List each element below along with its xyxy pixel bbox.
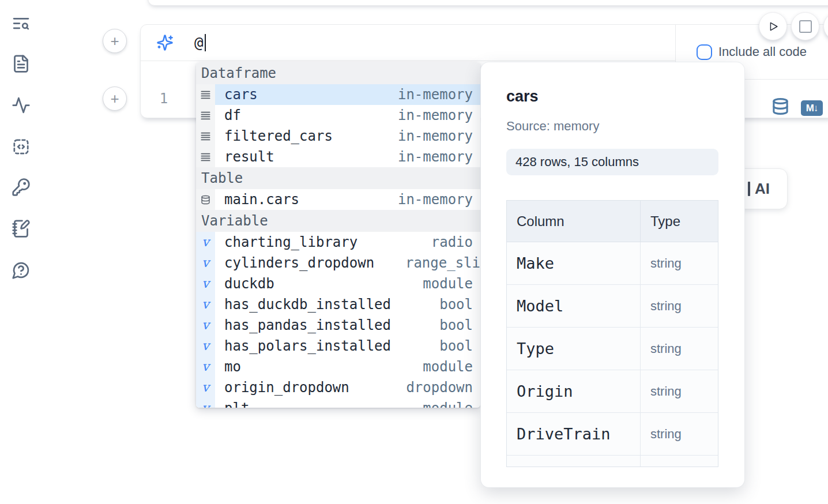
autocomplete-item-mo[interactable]: v mo module [196,356,480,377]
prompt-value: @ [194,34,204,51]
dataframe-icon [196,126,215,146]
variable-icon: v [196,398,215,408]
type-header: Type [641,201,718,242]
item-name: duckdb [224,276,274,292]
item-name: has_pandas_installed [224,317,391,333]
key-icon[interactable] [12,178,31,197]
notebook-pen-icon[interactable] [12,219,31,238]
markdown-convert-icon[interactable]: M↓ [801,100,823,116]
item-name: has_polars_installed [224,338,391,354]
column-name: Model [507,285,641,327]
database-icon[interactable] [771,97,789,115]
variable-icon: v [196,232,215,253]
autocomplete-item-df[interactable]: df in-memory [196,105,480,126]
include-all-code-label[interactable]: Include all code [718,44,807,59]
item-name: main.cars [224,191,299,208]
clipped-letter [748,182,750,196]
item-name: df [224,107,241,123]
item-type: module [423,400,480,408]
editor-line-number: 1 [155,91,172,107]
table-row: Make string [507,242,718,285]
item-type: bool [439,338,480,354]
table-row: Origin string [507,370,718,413]
dataframe-icon [196,105,215,126]
run-button[interactable] [759,12,787,40]
code-snippet-icon[interactable] [12,137,31,156]
item-type: module [423,359,480,375]
variable-icon: v [196,294,215,315]
help-chat-icon[interactable] [12,261,31,280]
dataframe-icon [196,84,215,105]
activity-icon[interactable] [12,96,31,115]
item-name: result [224,149,274,165]
preview-title: cars [506,88,539,106]
column-name: Type [507,328,641,370]
variable-icon: v [196,253,215,273]
item-name: plt [224,400,249,408]
autocomplete-item-result[interactable]: result in-memory [196,146,480,167]
dataframe-icon [196,146,215,167]
autocomplete-item-cars[interactable]: cars in-memory [196,84,480,105]
add-cell-above-button[interactable]: + [103,29,127,53]
schema-table-header: Column Type [507,201,718,242]
file-text-icon[interactable] [12,54,31,73]
column-type: string [641,370,718,412]
table-row: DriveTrain string [507,413,718,456]
item-name: mo [224,359,241,375]
autocomplete-item-charting-library[interactable]: v charting_library radio [196,232,480,253]
item-type: bool [439,317,480,333]
variable-icon: v [196,377,215,398]
previous-cell-edge [148,0,828,6]
sidebar [0,0,42,504]
table-row-partial [507,456,718,467]
text-search-icon[interactable] [12,14,31,33]
variable-icon: v [196,273,215,294]
item-type: radio [431,234,480,250]
item-type: in-memory [398,149,480,165]
item-type: bool [439,296,480,313]
sparkles-icon [156,34,174,51]
shape-badge: 428 rows, 15 columns [506,149,718,175]
variable-icon: v [196,356,215,377]
autocomplete-item-has-pandas-installed[interactable]: v has_pandas_installed bool [196,315,480,336]
ai-prompt-input[interactable]: @ [141,25,675,61]
item-name: origin_dropdown [224,379,349,396]
table-row: Type string [507,328,718,370]
table-row: Model string [507,285,718,328]
ai-card-label: AI [755,180,770,198]
item-type: in-memory [398,107,480,123]
column-type: string [641,242,718,284]
include-all-code-checkbox[interactable] [697,44,712,60]
column-name: DriveTrain [507,413,641,455]
table-database-icon [196,189,215,210]
autocomplete-item-has-duckdb-installed[interactable]: v has_duckdb_installed bool [196,294,480,315]
schema-table: Column Type Make string Model string Typ… [506,200,718,467]
autocomplete-item-has-polars-installed[interactable]: v has_polars_installed bool [196,336,480,356]
add-cell-below-button[interactable]: + [103,86,127,111]
item-name: charting_library [224,234,357,250]
autocomplete-item-main-cars[interactable]: main.cars in-memory [196,189,480,210]
autocomplete-item-filtered-cars[interactable]: filtered_cars in-memory [196,126,480,146]
autocomplete-item-cylinders-dropdown[interactable]: v cylinders_dropdown range_sli [196,253,480,273]
column-type: string [641,285,718,327]
stop-icon [799,20,812,33]
section-header-table: Table [196,167,480,189]
preview-source: Source: memory [506,119,599,134]
column-type: string [641,413,718,455]
item-type: in-memory [398,128,480,144]
section-header-variable: Variable [196,210,480,232]
column-name: Make [507,242,641,284]
item-type: in-memory [398,86,480,103]
autocomplete-item-duckdb[interactable]: v duckdb module [196,273,480,294]
autocomplete-item-partial[interactable]: v plt module [196,398,480,408]
variable-icon: v [196,315,215,336]
item-type: dropdown [406,379,480,396]
autocomplete-dropdown: Dataframe cars in-memory df in-memory fi… [196,62,480,408]
item-type: in-memory [398,191,480,208]
column-header: Column [507,201,641,242]
marimo-notebook: + + @ Include all code 1 M↓ AI [0,0,828,504]
autocomplete-item-origin-dropdown[interactable]: v origin_dropdown dropdown [196,377,480,398]
stop-button[interactable] [791,12,819,40]
item-name: has_duckdb_installed [224,296,391,313]
item-name: cylinders_dropdown [224,255,374,271]
